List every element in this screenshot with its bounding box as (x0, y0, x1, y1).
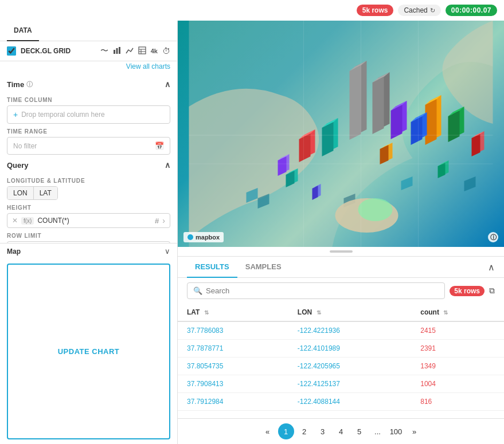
page-100-btn[interactable]: 100 (388, 423, 404, 439)
svg-rect-0 (114, 50, 115, 54)
map-background (178, 21, 504, 247)
top-bar: 5k rows Cached ↻ 00:00:00.07 (0, 0, 504, 21)
data-table-wrap: LAT ⇅ LON ⇅ count ⇅ (178, 304, 504, 418)
height-chevron-icon[interactable]: › (162, 216, 165, 225)
cached-label: Cached (404, 6, 427, 14)
calendar-icon: 📅 (155, 142, 164, 150)
bottom-section: Map ∨ (0, 243, 177, 259)
search-input[interactable] (206, 286, 439, 295)
tab-samples[interactable]: SAMPLES (237, 257, 290, 278)
right-panel: mapbox ⓘ RESULTS SAMPLES ∧ 🔍 (178, 21, 504, 444)
line-chart-icon[interactable]: 〜 (100, 46, 108, 56)
cell-lon: -122.4205965 (288, 357, 411, 375)
lon-lat-label: LONGITUDE & LATITUDE (7, 178, 170, 184)
lon-badge: LON (7, 187, 34, 199)
time-range-placeholder: No filter (13, 142, 37, 150)
svg-point-56 (358, 198, 393, 221)
svg-marker-54 (464, 176, 476, 191)
map-chevron-icon[interactable]: ∨ (165, 247, 170, 256)
time-info-icon[interactable]: ⓘ (26, 80, 33, 89)
query-section-header: Query ∧ (7, 155, 170, 173)
page-5-btn[interactable]: 5 (351, 423, 368, 439)
cell-lat: 37.7878771 (178, 340, 288, 357)
mapbox-dot (187, 234, 193, 240)
lon-lat-badge[interactable]: LON LAT (7, 186, 58, 200)
table-row: 37.7878771 -122.4101989 2391 (178, 340, 504, 357)
row-limit-label: ROW LIMIT (7, 233, 170, 239)
search-bar: 🔍 5k rows ⧉ (178, 278, 504, 304)
time-section-title: Time (7, 80, 24, 89)
main-layout: DATA DECK.GL GRID 〜 4k ⏱ View all charts (0, 21, 504, 444)
query-section-chevron[interactable]: ∧ (165, 160, 170, 170)
update-chart-button[interactable]: UPDATE CHART (7, 264, 170, 439)
col-lon-label: LON (298, 308, 312, 316)
results-tabs: RESULTS SAMPLES ∧ (178, 257, 504, 278)
tab-data[interactable]: DATA (7, 21, 39, 41)
map-info-button[interactable]: ⓘ (488, 232, 498, 242)
col-lon-sort-icon: ⇅ (317, 309, 321, 316)
area-chart-icon[interactable] (126, 46, 134, 56)
results-area: RESULTS SAMPLES ∧ 🔍 5k rows ⧉ (178, 257, 504, 444)
cell-lat: 37.7908413 (178, 375, 288, 393)
map-label: Map (7, 247, 21, 256)
refresh-icon[interactable]: ↻ (430, 7, 435, 14)
table-row: 37.7786083 -122.4221936 2415 (178, 321, 504, 340)
cell-lon: -122.4088144 (288, 393, 411, 411)
timer-badge: 00:00:00.07 (446, 5, 497, 16)
cell-count: 1349 (411, 357, 504, 375)
time-section-chevron[interactable]: ∧ (165, 80, 170, 89)
col-count-sort-icon: ⇅ (443, 309, 448, 316)
mapbox-label: mapbox (196, 234, 220, 241)
drag-handle[interactable] (178, 247, 504, 257)
table-icon[interactable] (138, 46, 146, 56)
chart-type-checkbox[interactable] (7, 46, 16, 56)
bar-chart-icon[interactable] (113, 46, 121, 56)
page-1-btn[interactable]: 1 (278, 423, 294, 439)
col-count-label: count (420, 308, 439, 316)
cell-count: 2415 (411, 321, 504, 340)
time-range-field[interactable]: No filter 📅 (7, 137, 170, 155)
pagination: « 1 2 3 4 5 ... 100 » (178, 418, 504, 444)
time-section-header: Time ⓘ ∧ (7, 74, 170, 92)
cell-count: 816 (411, 393, 504, 411)
collapse-button[interactable]: ∧ (488, 262, 495, 273)
col-header-lat[interactable]: LAT ⇅ (178, 304, 288, 321)
col-lat-sort-icon: ⇅ (204, 309, 209, 316)
col-header-count[interactable]: count ⇅ (411, 304, 504, 321)
svg-marker-19 (322, 122, 334, 156)
svg-rect-1 (116, 48, 118, 54)
count-label: COUNT(*) (37, 217, 151, 225)
table-row: 37.8054735 -122.4205965 1349 (178, 357, 504, 375)
cell-lat: 37.7786083 (178, 321, 288, 340)
lon-lat-row: LON LAT (7, 186, 170, 200)
lat-badge: LAT (34, 187, 57, 199)
time-column-drop[interactable]: + Drop temporal column here (7, 105, 170, 124)
cell-lon: -122.4125137 (288, 375, 411, 393)
4k-icon[interactable]: 4k (151, 48, 158, 54)
rows-badge: 5k rows (357, 5, 394, 16)
col-lat-label: LAT (187, 308, 200, 316)
page-first-btn[interactable]: « (260, 423, 276, 439)
tab-bar: DATA (0, 21, 177, 41)
page-2-btn[interactable]: 2 (296, 423, 312, 439)
chart-type-bar: DECK.GL GRID 〜 4k ⏱ (0, 41, 177, 61)
map-container: mapbox ⓘ (178, 21, 504, 247)
tab-results[interactable]: RESULTS (187, 257, 237, 278)
time-column-placeholder: Drop temporal column here (21, 111, 104, 119)
page-3-btn[interactable]: 3 (315, 423, 331, 439)
cell-count: 1004 (411, 375, 504, 393)
table-row: 37.7912984 -122.4088144 816 (178, 393, 504, 411)
clock-icon[interactable]: ⏱ (162, 46, 170, 56)
view-all-charts-link[interactable]: View all charts (0, 61, 177, 74)
svg-rect-3 (139, 47, 146, 54)
page-last-btn[interactable]: » (407, 423, 423, 439)
cached-badge: Cached ↻ (398, 5, 440, 16)
svg-marker-53 (401, 176, 413, 190)
copy-button[interactable]: ⧉ (489, 286, 495, 296)
col-header-lon[interactable]: LON ⇅ (288, 304, 411, 321)
data-table: LAT ⇅ LON ⇅ count ⇅ (178, 304, 504, 411)
svg-marker-49 (438, 163, 446, 178)
hash-icon[interactable]: # (155, 217, 159, 225)
height-remove-btn[interactable]: ✕ (12, 217, 18, 225)
page-4-btn[interactable]: 4 (333, 423, 349, 439)
